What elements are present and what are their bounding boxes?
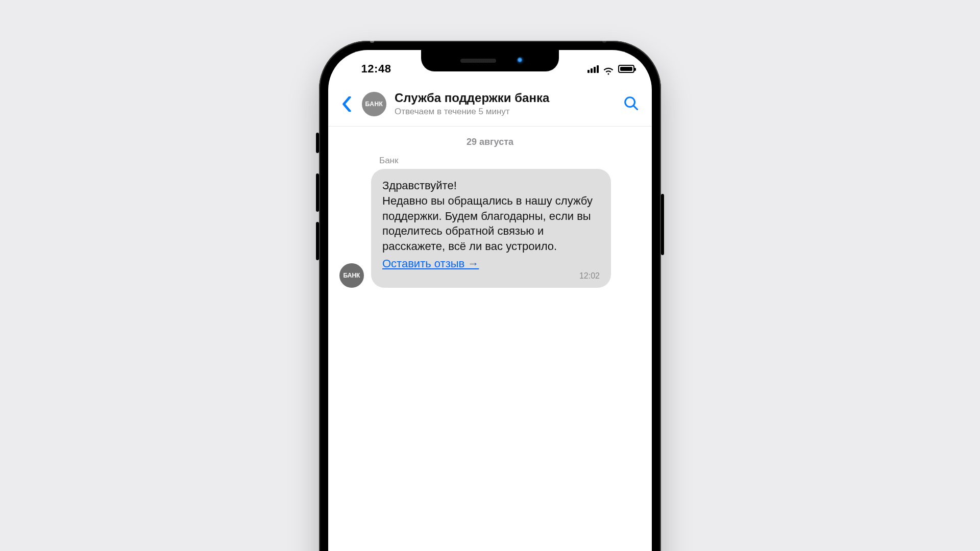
phone-notch	[421, 50, 559, 71]
wifi-icon	[603, 65, 614, 73]
message-column: Банк Здравствуйте! Недавно вы обращались…	[371, 156, 611, 287]
status-indicators	[587, 65, 634, 73]
chat-title: Служба поддержки банка	[395, 91, 615, 106]
message-sender: Банк	[371, 156, 611, 169]
volume-down-button	[316, 222, 319, 260]
contact-avatar[interactable]: БАНК	[362, 92, 386, 116]
search-icon	[623, 95, 639, 111]
phone-frame: 12:48 БАНК Служба поддержки банка Отвеча…	[319, 41, 661, 551]
power-button	[661, 194, 664, 255]
chat-header-text[interactable]: Служба поддержки банка Отвечаем в течени…	[395, 91, 615, 117]
cellular-signal-icon	[587, 65, 599, 73]
chat-header: БАНК Служба поддержки банка Отвечаем в т…	[328, 81, 652, 127]
phone-screen: 12:48 БАНК Служба поддержки банка Отвеча…	[328, 50, 652, 551]
message-time: 12:02	[382, 271, 600, 281]
feedback-link[interactable]: Оставить отзыв →	[382, 257, 479, 270]
speaker-grille	[460, 59, 496, 63]
message-text: Здравствуйте! Недавно вы обращались в на…	[382, 178, 600, 254]
front-camera	[517, 57, 525, 65]
message-row: БАНК Банк Здравствуйте! Недавно вы обращ…	[339, 156, 641, 287]
silence-switch	[316, 133, 319, 153]
battery-icon	[618, 65, 634, 73]
svg-line-1	[634, 106, 638, 109]
back-button[interactable]	[339, 96, 354, 112]
date-separator: 29 августа	[339, 134, 641, 156]
message-bubble[interactable]: Здравствуйте! Недавно вы обращались в на…	[371, 169, 611, 287]
search-button[interactable]	[623, 95, 641, 113]
status-time: 12:48	[346, 62, 407, 76]
chevron-left-icon	[342, 96, 351, 112]
volume-up-button	[316, 173, 319, 212]
chat-subtitle: Отвечаем в течение 5 минут	[395, 107, 615, 117]
message-avatar[interactable]: БАНК	[339, 263, 364, 288]
chat-body[interactable]: 29 августа БАНК Банк Здравствуйте! Недав…	[328, 127, 652, 287]
